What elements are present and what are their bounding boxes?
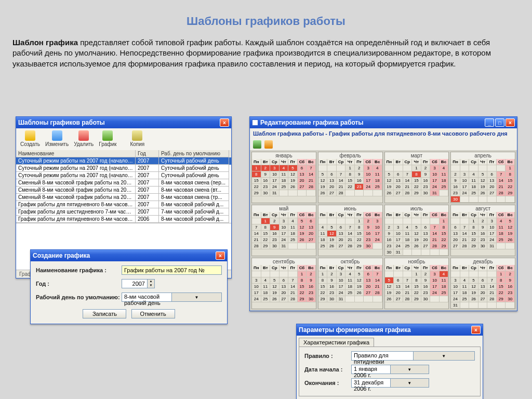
table-row[interactable]: Сменный 8-ми часовой график работы на 20… <box>16 179 231 187</box>
close-icon[interactable]: × <box>216 251 225 260</box>
end-date[interactable]: 31 декабря 2006 г. ▼ <box>351 378 429 388</box>
table-row[interactable]: График работы для пятидневного 8-ми часо… <box>16 216 231 223</box>
month-декабрь: декабрьПнВтСрЧтПтСбВс.....12345678910111… <box>450 258 515 309</box>
edit-button[interactable]: Изменить <box>43 129 71 148</box>
table-row[interactable]: Суточный режим работы на 2007 год (начал… <box>16 165 231 172</box>
edit-icon <box>52 130 62 141</box>
table-row[interactable]: Сменный 8-ми часовой график работы на 20… <box>16 194 231 201</box>
create-titlebar[interactable]: Создание графика × <box>31 250 227 261</box>
start-label: Дата начала : <box>304 366 351 373</box>
month-июль: июльПнВтСрЧтПтСбВс......1234567891011121… <box>384 205 449 256</box>
end-label: Окончания : <box>304 380 351 386</box>
save-button[interactable]: Записать <box>83 309 126 318</box>
chevron-down-icon[interactable]: ▼ <box>390 379 429 387</box>
tab-characteristics[interactable]: Характеристики графика <box>299 338 374 347</box>
month-март: мартПнВтСрЧтПтСбВс...1234567891011121314… <box>384 152 449 203</box>
month-январь: январьПнВтСрЧтПтСбВс12345678910111213141… <box>251 152 316 203</box>
month-июнь: июньПнВтСрЧтПтСбВс....123456789101112131… <box>318 205 383 256</box>
app-icon <box>252 119 258 126</box>
rule-label: Правило : <box>304 353 351 359</box>
month-октябрь: октябрьПнВтСрЧтПтСбВс1234567891011121314… <box>318 258 383 309</box>
column-default[interactable]: Раб. день по умолчанию <box>159 150 229 157</box>
default-label: Рабочий день по умолчанию: <box>36 294 122 300</box>
month-апрель: апрельПнВтСрЧтПтСбВс......12345678910111… <box>450 152 515 203</box>
rule-dropdown[interactable]: Правило для пятидневки ▼ <box>351 351 475 361</box>
editor-window: Редактирование графика работы _ □ × Шабл… <box>249 116 517 311</box>
create-icon <box>25 130 35 141</box>
templates-titlebar[interactable]: Шаблоны графиков работы × <box>16 117 231 128</box>
calendar-grid: январьПнВтСрЧтПтСбВс12345678910111213141… <box>250 150 517 311</box>
year-input[interactable] <box>122 279 148 288</box>
templates-toolbar: Создать Изменить Удалить График Копия <box>16 128 231 150</box>
table-row[interactable]: Суточный режим работы на 2007 год (начал… <box>16 172 231 179</box>
year-stepper[interactable]: ▲▼ <box>122 279 155 288</box>
copy-button[interactable]: Копия <box>128 129 147 148</box>
month-февраль: февральПнВтСрЧтПтСбВс...1234567891011121… <box>318 152 383 203</box>
create-button[interactable]: Создать <box>18 129 42 148</box>
minimize-icon[interactable]: _ <box>485 118 494 127</box>
create-title: Создание графика <box>33 252 90 259</box>
templates-title: Шаблоны графиков работы <box>18 119 105 126</box>
month-ноябрь: ноябрьПнВтСрЧтПтСбВс...12345678910111213… <box>384 258 449 309</box>
default-dropdown[interactable]: 8-ми часовой рабочий день ▼ <box>122 292 222 302</box>
page-title: Шаблоны графиков работы <box>0 0 532 33</box>
name-field[interactable] <box>122 265 222 275</box>
refresh-icon[interactable] <box>264 140 273 149</box>
cancel-button[interactable]: Отменить <box>131 309 175 318</box>
chevron-down-icon[interactable]: ▼ <box>171 293 221 301</box>
year-label: Год : <box>36 281 122 287</box>
delete-icon <box>78 130 89 141</box>
copy-icon <box>132 130 142 141</box>
start-date[interactable]: 1 января 2006 г. ▼ <box>351 365 429 374</box>
table-row[interactable]: Сменный 8-ми часовой график работы на 20… <box>16 187 231 194</box>
chart-icon <box>102 130 113 141</box>
column-year[interactable]: Год <box>136 150 159 157</box>
editor-toolbar <box>250 139 517 150</box>
month-май: майПнВтСрЧтПтСбВс.1234567891011121314151… <box>251 205 316 256</box>
chevron-down-icon[interactable]: ▼ <box>148 284 154 288</box>
params-titlebar[interactable]: Параметры формирования графика × <box>297 324 483 336</box>
chevron-down-icon[interactable]: ▼ <box>413 352 475 360</box>
editor-title: Редактирование графика работы <box>260 119 364 126</box>
table-row[interactable]: Суточный режим работы на 2007 год (начал… <box>16 157 231 165</box>
create-dialog: Создание графика × Наименование графика … <box>30 249 228 324</box>
chevron-up-icon[interactable]: ▲ <box>148 280 154 284</box>
editor-subtitle: Шаблон графика работы - График работы дл… <box>250 128 517 139</box>
save-icon[interactable] <box>253 140 261 149</box>
month-сентябрь: сентябрьПнВтСрЧтПтСбВс.....1234567891011… <box>251 258 316 309</box>
month-август: августПнВтСрЧтПтСбВс..123456789101112131… <box>450 205 515 256</box>
name-label: Наименование графика : <box>36 267 122 273</box>
delete-button[interactable]: Удалить <box>72 129 96 148</box>
params-title: Параметры формирования графика <box>299 326 411 334</box>
params-window: Параметры формирования графика × Характе… <box>296 324 483 399</box>
close-icon[interactable]: × <box>506 118 515 127</box>
close-icon[interactable]: × <box>471 326 481 334</box>
chart-button[interactable]: График <box>97 129 118 148</box>
column-name[interactable]: Наименование <box>16 150 136 157</box>
page-description: Шаблон графика представляет собой типово… <box>0 33 532 76</box>
chevron-down-icon[interactable]: ▼ <box>390 365 429 374</box>
table-row[interactable]: График работы для пятидневного 8-ми часо… <box>16 201 231 208</box>
maximize-icon[interactable]: □ <box>495 118 504 127</box>
table-row[interactable]: График работы для шестидневного 7-ми час… <box>16 208 231 216</box>
editor-titlebar[interactable]: Редактирование графика работы _ □ × <box>250 117 517 128</box>
close-icon[interactable]: × <box>220 118 229 127</box>
